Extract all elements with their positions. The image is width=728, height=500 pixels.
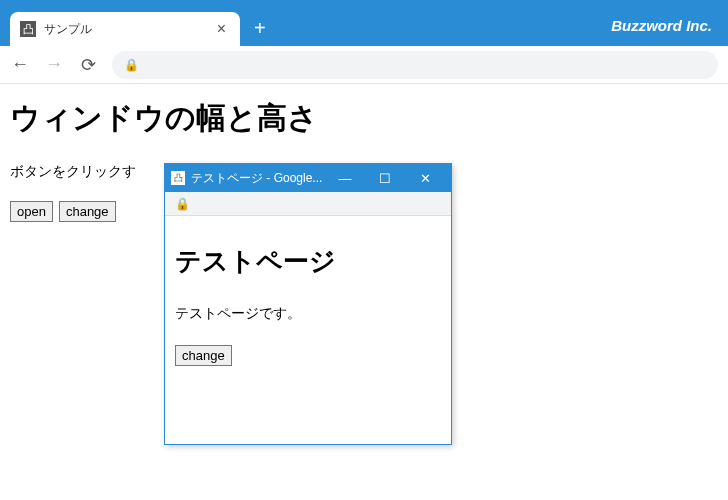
page-heading: ウィンドウの幅と高さ xyxy=(10,98,718,139)
popup-window: テストページ - Google... — ☐ ✕ 🔒 テストページ テストページ… xyxy=(164,163,452,445)
close-tab-icon[interactable]: × xyxy=(213,20,230,38)
popup-address-bar[interactable]: 🔒 xyxy=(165,192,451,216)
brand-label: Buzzword Inc. xyxy=(595,17,728,46)
popup-window-title: テストページ - Google... xyxy=(191,170,325,187)
popup-titlebar[interactable]: テストページ - Google... — ☐ ✕ xyxy=(165,164,451,192)
popup-change-button[interactable]: change xyxy=(175,345,232,366)
popup-favicon xyxy=(171,171,185,185)
browser-chrome-header: サンプル × + Buzzword Inc. xyxy=(0,0,728,46)
tab-title: サンプル xyxy=(44,21,213,38)
maximize-icon[interactable]: ☐ xyxy=(365,171,405,186)
back-button[interactable]: ← xyxy=(10,54,30,75)
tab-favicon xyxy=(20,21,36,37)
minimize-icon[interactable]: — xyxy=(325,171,365,186)
address-bar[interactable]: 🔒 xyxy=(112,51,718,79)
change-button[interactable]: change xyxy=(59,201,116,222)
open-button[interactable]: open xyxy=(10,201,53,222)
reload-button[interactable]: ⟳ xyxy=(78,54,98,76)
popup-paragraph: テストページです。 xyxy=(175,305,441,323)
popup-content: テストページ テストページです。 change xyxy=(165,216,451,380)
new-tab-button[interactable]: + xyxy=(240,17,280,46)
browser-tab[interactable]: サンプル × xyxy=(10,12,240,46)
popup-heading: テストページ xyxy=(175,244,441,279)
browser-toolbar: ← → ⟳ 🔒 xyxy=(0,46,728,84)
lock-icon: 🔒 xyxy=(175,197,190,211)
close-icon[interactable]: ✕ xyxy=(405,171,445,186)
lock-icon: 🔒 xyxy=(124,58,139,72)
forward-button[interactable]: → xyxy=(44,54,64,75)
